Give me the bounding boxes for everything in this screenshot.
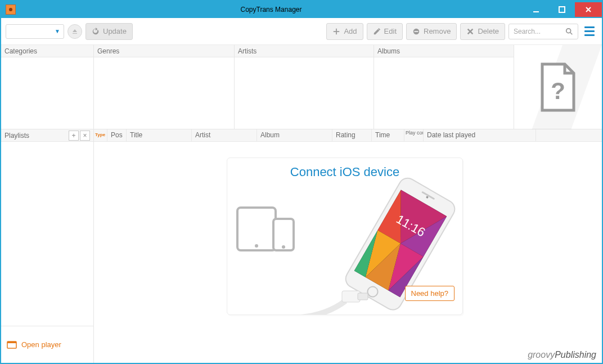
col-play-count[interactable]: Play count: [404, 129, 424, 141]
genres-panel: Genres: [94, 45, 235, 129]
col-type[interactable]: Type: [94, 129, 107, 141]
svg-rect-2: [559, 7, 565, 12]
svg-rect-1: [533, 11, 539, 12]
open-player-label: Open player: [21, 340, 61, 349]
categories-list[interactable]: [1, 57, 93, 129]
svg-point-12: [282, 245, 285, 249]
albums-list[interactable]: [374, 57, 514, 129]
update-button[interactable]: Update: [86, 23, 133, 40]
eject-button[interactable]: [68, 24, 82, 39]
svg-rect-4: [415, 31, 418, 32]
watermark-a: groovy: [528, 350, 555, 360]
playlist-add-button[interactable]: +: [69, 131, 79, 141]
update-label: Update: [103, 27, 127, 35]
close-button[interactable]: [575, 2, 602, 17]
titlebar: CopyTrans Manager: [1, 1, 602, 18]
menu-button[interactable]: [582, 24, 597, 39]
placeholder-panel: ?: [514, 45, 602, 129]
tracks-columns-header: Type Pos Title Artist Album Rating Time …: [94, 129, 602, 142]
menu-icon: [584, 26, 595, 28]
player-icon: [7, 340, 17, 350]
col-artist[interactable]: Artist: [192, 129, 257, 141]
edit-label: Edit: [384, 27, 397, 35]
tracks-column: Type Pos Title Artist Album Rating Time …: [94, 129, 602, 363]
add-button[interactable]: Add: [326, 23, 363, 40]
svg-rect-8: [7, 341, 16, 343]
svg-point-0: [9, 8, 12, 11]
col-time[interactable]: Time: [372, 129, 404, 141]
categories-panel: Categories: [1, 45, 94, 129]
lower-area: Playlists + × Open player Type Pos: [1, 129, 602, 363]
search-input[interactable]: Search...: [508, 24, 578, 39]
genres-header[interactable]: Genres: [94, 45, 234, 57]
unknown-file-icon: ?: [538, 62, 578, 113]
minus-circle-icon: [412, 28, 420, 35]
toolbar: ▼ Update Add Edit Remove Delete Search..…: [1, 18, 602, 45]
albums-header[interactable]: Albums: [374, 45, 514, 57]
connect-body: 11:16 Need hel: [227, 184, 462, 308]
devices-icon: [236, 206, 298, 251]
cable-illustration: [289, 278, 390, 315]
add-label: Add: [344, 27, 357, 35]
chevron-down-icon: ▼: [55, 28, 60, 34]
tracks-canvas: Connect iOS device: [94, 142, 602, 347]
playlists-column: Playlists + × Open player: [1, 129, 94, 363]
remove-button[interactable]: Remove: [406, 23, 457, 40]
search-placeholder: Search...: [514, 28, 565, 35]
delete-button[interactable]: Delete: [460, 23, 505, 40]
playlists-list[interactable]: [1, 142, 93, 326]
artists-list[interactable]: [235, 57, 374, 129]
col-title[interactable]: Title: [127, 129, 192, 141]
playlists-header: Playlists + ×: [1, 129, 93, 142]
col-rating[interactable]: Rating: [332, 129, 372, 141]
col-date-last-played[interactable]: Date last played: [424, 129, 536, 141]
svg-rect-9: [237, 208, 276, 250]
svg-text:?: ?: [551, 78, 565, 104]
playlists-label: Playlists: [4, 132, 68, 140]
minimize-button[interactable]: [523, 2, 549, 17]
connect-device-card: Connect iOS device: [227, 158, 463, 315]
categories-header[interactable]: Categories: [1, 45, 93, 57]
artists-panel: Artists: [235, 45, 374, 129]
device-selector[interactable]: ▼: [6, 24, 64, 39]
search-icon: [565, 28, 573, 35]
remove-label: Remove: [424, 27, 451, 35]
type-icon: Type: [95, 132, 105, 137]
svg-point-10: [255, 244, 258, 248]
browser-panels: Categories Genres Artists Albums ?: [1, 45, 602, 129]
plus-icon: [332, 28, 340, 35]
delete-label: Delete: [478, 27, 499, 35]
window-controls: [523, 2, 602, 17]
svg-rect-27: [342, 291, 360, 302]
watermark: groovyPublishing: [94, 347, 602, 363]
col-album[interactable]: Album: [257, 129, 332, 141]
artists-header[interactable]: Artists: [235, 45, 374, 57]
watermark-b: Publishing: [555, 350, 596, 360]
playlist-delete-button[interactable]: ×: [80, 131, 90, 141]
svg-point-5: [566, 28, 571, 33]
x-icon: [466, 28, 474, 35]
open-player-button[interactable]: Open player: [1, 326, 93, 363]
edit-button[interactable]: Edit: [367, 23, 403, 40]
col-pos[interactable]: Pos: [107, 129, 127, 141]
pencil-icon: [373, 28, 381, 35]
maximize-button[interactable]: [549, 2, 575, 17]
svg-rect-28: [358, 293, 368, 300]
window-title: CopyTrans Manager: [19, 6, 523, 14]
refresh-icon: [92, 28, 100, 35]
app-icon: [6, 5, 16, 15]
albums-panel: Albums: [374, 45, 514, 129]
app-window: CopyTrans Manager ▼ Update Add: [0, 0, 603, 364]
genres-list[interactable]: [94, 57, 234, 129]
main-area: Categories Genres Artists Albums ?: [1, 45, 602, 363]
need-help-button[interactable]: Need help?: [405, 286, 455, 301]
